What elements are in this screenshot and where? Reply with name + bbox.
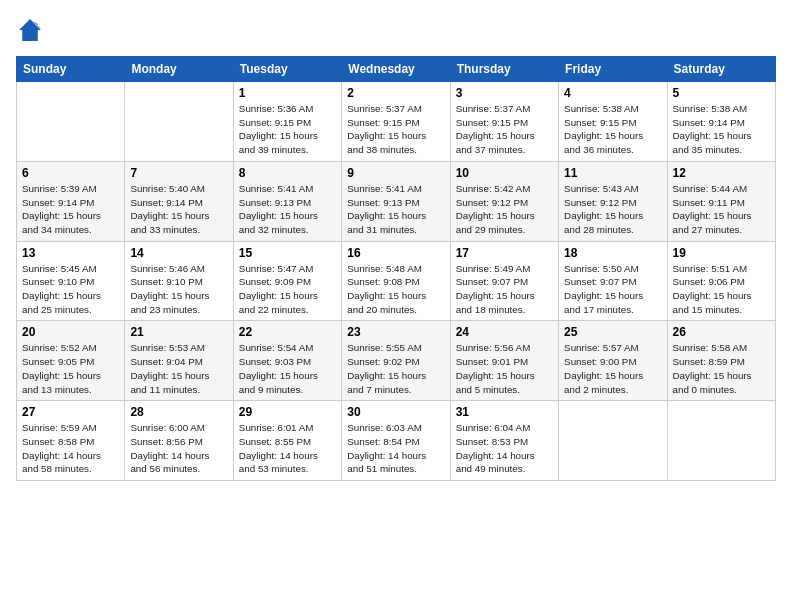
calendar-cell: 21Sunrise: 5:53 AM Sunset: 9:04 PM Dayli… bbox=[125, 321, 233, 401]
calendar-cell: 26Sunrise: 5:58 AM Sunset: 8:59 PM Dayli… bbox=[667, 321, 775, 401]
day-number: 14 bbox=[130, 246, 227, 260]
day-number: 27 bbox=[22, 405, 119, 419]
day-number: 26 bbox=[673, 325, 770, 339]
day-number: 10 bbox=[456, 166, 553, 180]
calendar-cell: 17Sunrise: 5:49 AM Sunset: 9:07 PM Dayli… bbox=[450, 241, 558, 321]
day-number: 12 bbox=[673, 166, 770, 180]
day-info: Sunrise: 5:38 AM Sunset: 9:15 PM Dayligh… bbox=[564, 102, 661, 157]
day-number: 4 bbox=[564, 86, 661, 100]
calendar-cell: 14Sunrise: 5:46 AM Sunset: 9:10 PM Dayli… bbox=[125, 241, 233, 321]
day-number: 15 bbox=[239, 246, 336, 260]
day-info: Sunrise: 5:50 AM Sunset: 9:07 PM Dayligh… bbox=[564, 262, 661, 317]
day-number: 5 bbox=[673, 86, 770, 100]
weekday-header-row: SundayMondayTuesdayWednesdayThursdayFrid… bbox=[17, 57, 776, 82]
weekday-header: Tuesday bbox=[233, 57, 341, 82]
day-info: Sunrise: 5:45 AM Sunset: 9:10 PM Dayligh… bbox=[22, 262, 119, 317]
weekday-header: Wednesday bbox=[342, 57, 450, 82]
calendar-week-row: 20Sunrise: 5:52 AM Sunset: 9:05 PM Dayli… bbox=[17, 321, 776, 401]
day-info: Sunrise: 5:37 AM Sunset: 9:15 PM Dayligh… bbox=[456, 102, 553, 157]
day-info: Sunrise: 5:42 AM Sunset: 9:12 PM Dayligh… bbox=[456, 182, 553, 237]
day-info: Sunrise: 5:47 AM Sunset: 9:09 PM Dayligh… bbox=[239, 262, 336, 317]
day-info: Sunrise: 6:00 AM Sunset: 8:56 PM Dayligh… bbox=[130, 421, 227, 476]
calendar-cell: 11Sunrise: 5:43 AM Sunset: 9:12 PM Dayli… bbox=[559, 161, 667, 241]
page-header bbox=[16, 16, 776, 44]
day-info: Sunrise: 5:43 AM Sunset: 9:12 PM Dayligh… bbox=[564, 182, 661, 237]
day-info: Sunrise: 5:51 AM Sunset: 9:06 PM Dayligh… bbox=[673, 262, 770, 317]
day-info: Sunrise: 5:38 AM Sunset: 9:14 PM Dayligh… bbox=[673, 102, 770, 157]
day-info: Sunrise: 5:44 AM Sunset: 9:11 PM Dayligh… bbox=[673, 182, 770, 237]
day-info: Sunrise: 5:41 AM Sunset: 9:13 PM Dayligh… bbox=[347, 182, 444, 237]
day-number: 3 bbox=[456, 86, 553, 100]
calendar-week-row: 6Sunrise: 5:39 AM Sunset: 9:14 PM Daylig… bbox=[17, 161, 776, 241]
calendar-cell: 29Sunrise: 6:01 AM Sunset: 8:55 PM Dayli… bbox=[233, 401, 341, 481]
day-number: 8 bbox=[239, 166, 336, 180]
day-number: 31 bbox=[456, 405, 553, 419]
calendar-cell bbox=[559, 401, 667, 481]
svg-marker-0 bbox=[19, 19, 41, 41]
calendar-cell: 6Sunrise: 5:39 AM Sunset: 9:14 PM Daylig… bbox=[17, 161, 125, 241]
calendar-cell bbox=[125, 82, 233, 162]
day-number: 13 bbox=[22, 246, 119, 260]
weekday-header: Sunday bbox=[17, 57, 125, 82]
calendar-cell: 18Sunrise: 5:50 AM Sunset: 9:07 PM Dayli… bbox=[559, 241, 667, 321]
calendar-cell: 24Sunrise: 5:56 AM Sunset: 9:01 PM Dayli… bbox=[450, 321, 558, 401]
day-info: Sunrise: 5:56 AM Sunset: 9:01 PM Dayligh… bbox=[456, 341, 553, 396]
day-number: 19 bbox=[673, 246, 770, 260]
day-number: 30 bbox=[347, 405, 444, 419]
day-number: 7 bbox=[130, 166, 227, 180]
day-info: Sunrise: 6:03 AM Sunset: 8:54 PM Dayligh… bbox=[347, 421, 444, 476]
calendar-week-row: 27Sunrise: 5:59 AM Sunset: 8:58 PM Dayli… bbox=[17, 401, 776, 481]
day-number: 20 bbox=[22, 325, 119, 339]
calendar-table: SundayMondayTuesdayWednesdayThursdayFrid… bbox=[16, 56, 776, 481]
day-number: 1 bbox=[239, 86, 336, 100]
day-number: 28 bbox=[130, 405, 227, 419]
calendar-cell: 20Sunrise: 5:52 AM Sunset: 9:05 PM Dayli… bbox=[17, 321, 125, 401]
calendar-cell bbox=[667, 401, 775, 481]
calendar-cell: 23Sunrise: 5:55 AM Sunset: 9:02 PM Dayli… bbox=[342, 321, 450, 401]
day-info: Sunrise: 5:54 AM Sunset: 9:03 PM Dayligh… bbox=[239, 341, 336, 396]
day-number: 17 bbox=[456, 246, 553, 260]
logo bbox=[16, 16, 48, 44]
calendar-cell: 7Sunrise: 5:40 AM Sunset: 9:14 PM Daylig… bbox=[125, 161, 233, 241]
day-info: Sunrise: 5:48 AM Sunset: 9:08 PM Dayligh… bbox=[347, 262, 444, 317]
logo-icon bbox=[16, 16, 44, 44]
day-number: 22 bbox=[239, 325, 336, 339]
day-info: Sunrise: 5:52 AM Sunset: 9:05 PM Dayligh… bbox=[22, 341, 119, 396]
calendar-cell: 3Sunrise: 5:37 AM Sunset: 9:15 PM Daylig… bbox=[450, 82, 558, 162]
calendar-cell: 15Sunrise: 5:47 AM Sunset: 9:09 PM Dayli… bbox=[233, 241, 341, 321]
day-number: 6 bbox=[22, 166, 119, 180]
calendar-week-row: 13Sunrise: 5:45 AM Sunset: 9:10 PM Dayli… bbox=[17, 241, 776, 321]
day-info: Sunrise: 5:40 AM Sunset: 9:14 PM Dayligh… bbox=[130, 182, 227, 237]
calendar-cell: 27Sunrise: 5:59 AM Sunset: 8:58 PM Dayli… bbox=[17, 401, 125, 481]
day-number: 9 bbox=[347, 166, 444, 180]
calendar-cell: 5Sunrise: 5:38 AM Sunset: 9:14 PM Daylig… bbox=[667, 82, 775, 162]
day-number: 2 bbox=[347, 86, 444, 100]
day-info: Sunrise: 5:46 AM Sunset: 9:10 PM Dayligh… bbox=[130, 262, 227, 317]
calendar-cell: 31Sunrise: 6:04 AM Sunset: 8:53 PM Dayli… bbox=[450, 401, 558, 481]
weekday-header: Thursday bbox=[450, 57, 558, 82]
day-info: Sunrise: 5:59 AM Sunset: 8:58 PM Dayligh… bbox=[22, 421, 119, 476]
day-info: Sunrise: 5:53 AM Sunset: 9:04 PM Dayligh… bbox=[130, 341, 227, 396]
day-number: 25 bbox=[564, 325, 661, 339]
calendar-cell: 30Sunrise: 6:03 AM Sunset: 8:54 PM Dayli… bbox=[342, 401, 450, 481]
calendar-cell: 10Sunrise: 5:42 AM Sunset: 9:12 PM Dayli… bbox=[450, 161, 558, 241]
calendar-cell: 28Sunrise: 6:00 AM Sunset: 8:56 PM Dayli… bbox=[125, 401, 233, 481]
day-info: Sunrise: 5:41 AM Sunset: 9:13 PM Dayligh… bbox=[239, 182, 336, 237]
day-number: 11 bbox=[564, 166, 661, 180]
day-info: Sunrise: 5:57 AM Sunset: 9:00 PM Dayligh… bbox=[564, 341, 661, 396]
day-info: Sunrise: 5:37 AM Sunset: 9:15 PM Dayligh… bbox=[347, 102, 444, 157]
calendar-cell bbox=[17, 82, 125, 162]
day-number: 23 bbox=[347, 325, 444, 339]
calendar-cell: 1Sunrise: 5:36 AM Sunset: 9:15 PM Daylig… bbox=[233, 82, 341, 162]
calendar-cell: 16Sunrise: 5:48 AM Sunset: 9:08 PM Dayli… bbox=[342, 241, 450, 321]
day-info: Sunrise: 5:49 AM Sunset: 9:07 PM Dayligh… bbox=[456, 262, 553, 317]
calendar-cell: 19Sunrise: 5:51 AM Sunset: 9:06 PM Dayli… bbox=[667, 241, 775, 321]
day-number: 21 bbox=[130, 325, 227, 339]
calendar-cell: 13Sunrise: 5:45 AM Sunset: 9:10 PM Dayli… bbox=[17, 241, 125, 321]
calendar-cell: 2Sunrise: 5:37 AM Sunset: 9:15 PM Daylig… bbox=[342, 82, 450, 162]
calendar-cell: 25Sunrise: 5:57 AM Sunset: 9:00 PM Dayli… bbox=[559, 321, 667, 401]
weekday-header: Monday bbox=[125, 57, 233, 82]
day-info: Sunrise: 5:39 AM Sunset: 9:14 PM Dayligh… bbox=[22, 182, 119, 237]
day-info: Sunrise: 5:36 AM Sunset: 9:15 PM Dayligh… bbox=[239, 102, 336, 157]
day-number: 16 bbox=[347, 246, 444, 260]
